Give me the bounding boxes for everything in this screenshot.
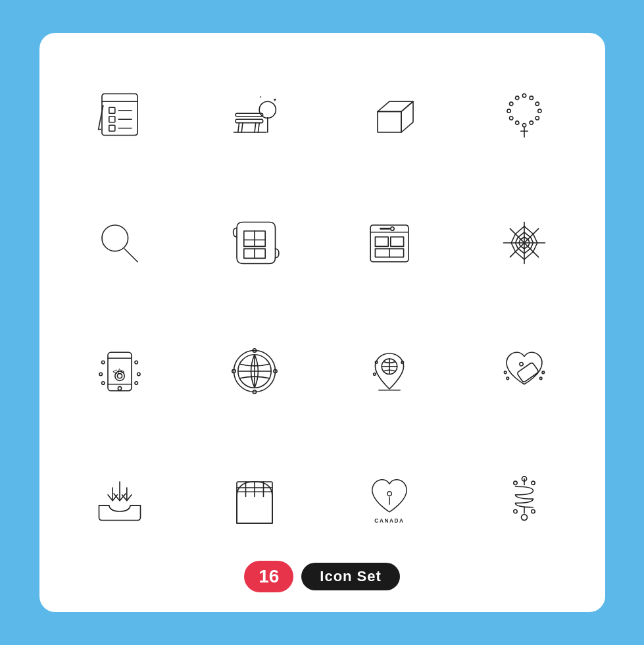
svg-rect-5 (109, 116, 115, 122)
svg-point-118 (522, 514, 528, 520)
svg-point-38 (102, 225, 128, 251)
svg-text:✦: ✦ (259, 94, 262, 98)
svg-line-39 (124, 249, 137, 262)
grid-gate-icon[interactable] (201, 445, 309, 554)
svg-line-18 (255, 122, 256, 132)
svg-point-72 (99, 373, 103, 376)
heart-tag-icon[interactable] (470, 317, 579, 425)
svg-point-119 (514, 481, 517, 484)
svg-point-112 (387, 491, 392, 496)
svg-point-71 (102, 361, 105, 364)
spiderweb-icon[interactable] (470, 188, 579, 297)
svg-point-76 (135, 381, 138, 384)
svg-point-34 (510, 116, 513, 119)
svg-rect-49 (375, 237, 388, 246)
svg-rect-14 (235, 119, 262, 122)
svg-marker-21 (378, 111, 401, 132)
inbox-download-icon[interactable] (66, 445, 174, 554)
svg-point-120 (532, 481, 535, 484)
svg-point-94 (507, 377, 509, 380)
svg-point-30 (535, 116, 539, 119)
svg-point-67 (118, 386, 121, 390)
cube-icon[interactable] (335, 60, 444, 168)
svg-point-32 (522, 123, 526, 126)
svg-point-96 (539, 377, 542, 380)
svg-text:♥: ♥ (274, 97, 276, 103)
svg-point-73 (102, 381, 105, 384)
card: ♥ ✦ (39, 33, 605, 612)
icons-grid: ♥ ✦ (66, 59, 579, 554)
badge-row: 16 Icon Set (244, 561, 400, 592)
svg-point-11 (259, 101, 276, 118)
park-bench-icon[interactable]: ♥ ✦ (201, 60, 309, 168)
svg-point-48 (391, 226, 394, 230)
svg-rect-6 (109, 125, 115, 131)
svg-point-95 (504, 371, 507, 374)
spring-bulb-icon[interactable] (470, 445, 579, 554)
checklist-icon[interactable] (66, 60, 174, 168)
floor-plan-icon[interactable] (335, 188, 444, 297)
mobile-dev-icon[interactable]: </> (66, 317, 174, 425)
svg-point-36 (510, 102, 513, 105)
svg-point-28 (535, 102, 539, 105)
svg-point-27 (530, 96, 533, 99)
svg-line-19 (258, 122, 259, 132)
svg-point-29 (538, 109, 541, 112)
blueprint-icon[interactable] (201, 188, 309, 297)
badge-text: Icon Set (301, 563, 400, 590)
svg-text:CANADA: CANADA (374, 518, 404, 524)
svg-line-17 (241, 122, 243, 132)
svg-point-87 (374, 373, 376, 375)
svg-point-93 (519, 361, 524, 367)
svg-marker-23 (401, 101, 413, 132)
svg-point-31 (530, 120, 533, 124)
svg-point-97 (542, 371, 545, 374)
svg-rect-50 (391, 237, 404, 246)
svg-point-122 (532, 509, 535, 513)
svg-rect-15 (235, 113, 262, 116)
svg-point-35 (507, 109, 510, 112)
search-icon[interactable] (66, 188, 174, 297)
badge-number: 16 (244, 561, 293, 592)
svg-point-75 (137, 373, 141, 376)
svg-point-37 (516, 96, 519, 99)
svg-point-33 (516, 120, 519, 124)
svg-rect-0 (102, 93, 137, 135)
svg-line-16 (238, 122, 239, 132)
location-pin-icon[interactable] (335, 317, 444, 425)
svg-point-121 (514, 509, 517, 513)
svg-point-26 (522, 93, 526, 97)
canada-heart-icon[interactable]: CANADA (335, 445, 444, 554)
globe-porthole-icon[interactable] (201, 317, 309, 425)
svg-rect-4 (109, 107, 115, 113)
svg-point-74 (135, 361, 138, 364)
rosary-icon[interactable] (470, 60, 579, 168)
